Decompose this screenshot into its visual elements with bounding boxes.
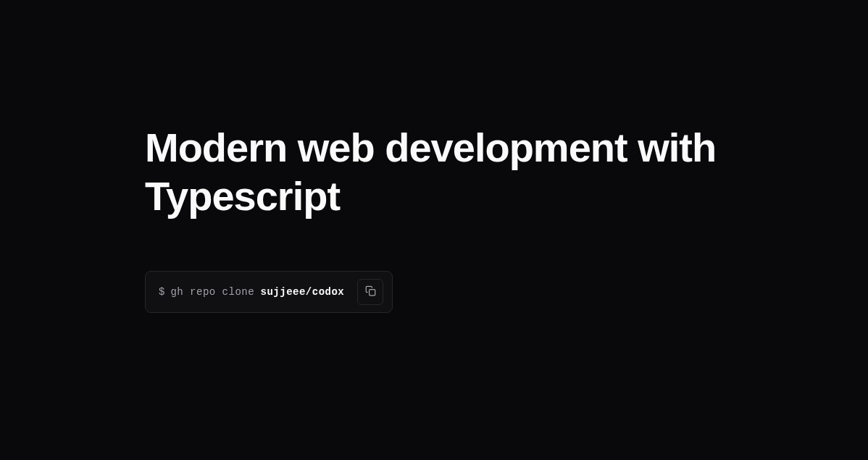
copy-button[interactable] [357,279,383,305]
command-base: gh repo clone [170,286,254,298]
page-title: Modern web development with Typescript [145,123,725,220]
copy-icon [365,285,376,298]
command-target: sujjeee/codox [261,286,345,298]
command-prompt: $ [159,286,164,298]
svg-rect-0 [369,290,375,296]
command-text: $ gh repo clone sujjeee/codox [159,286,344,298]
command-box: $ gh repo clone sujjeee/codox [145,271,393,313]
hero-section: Modern web development with Typescript $… [0,0,868,313]
